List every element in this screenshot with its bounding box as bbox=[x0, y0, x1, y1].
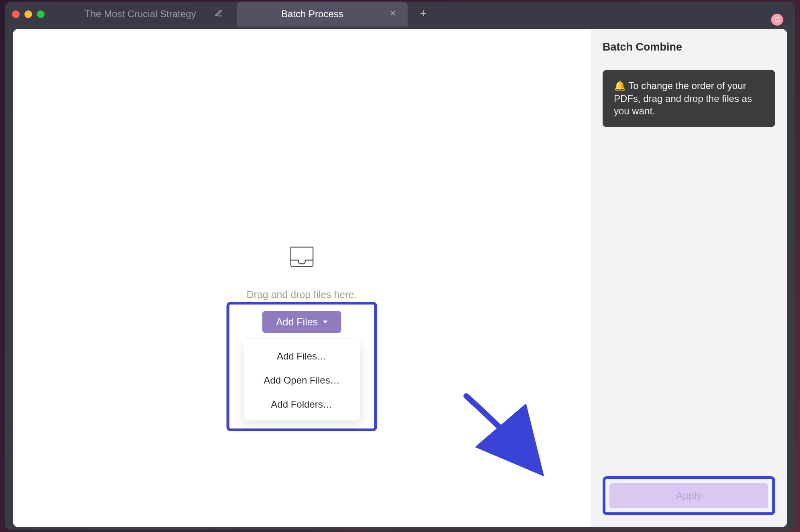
menu-item-add-folders[interactable]: Add Folders… bbox=[244, 392, 360, 416]
drop-hint-text: Drag and drop files here. bbox=[246, 289, 357, 301]
tab-active[interactable]: Batch Process bbox=[237, 2, 408, 26]
traffic-lights bbox=[12, 10, 45, 18]
sidebar-title: Batch Combine bbox=[603, 41, 775, 53]
tab-label: Batch Process bbox=[281, 8, 343, 20]
minimize-window-button[interactable] bbox=[24, 10, 32, 18]
close-window-button[interactable] bbox=[12, 10, 20, 18]
divider bbox=[603, 61, 775, 61]
add-tab-button[interactable] bbox=[411, 8, 436, 20]
add-files-label: Add Files bbox=[276, 316, 318, 328]
maximize-window-button[interactable] bbox=[37, 10, 45, 18]
inbox-icon bbox=[287, 266, 317, 272]
menu-item-add-files[interactable]: Add Files… bbox=[244, 344, 360, 368]
apply-button[interactable]: Apply bbox=[609, 483, 768, 508]
content-area: Drag and drop files here. Add Files Add … bbox=[13, 29, 787, 527]
annotation-arrow-icon bbox=[458, 388, 546, 476]
tab-label: The Most Crucial Strategy bbox=[85, 8, 207, 20]
add-files-button[interactable]: Add Files bbox=[262, 311, 341, 333]
menu-item-add-open-files[interactable]: Add Open Files… bbox=[244, 368, 360, 392]
avatar[interactable]: G bbox=[771, 14, 783, 26]
tip-box: 🔔 To change the order of your PDFs, drag… bbox=[603, 70, 775, 127]
highlight-apply: Apply bbox=[603, 476, 775, 515]
main-panel: Drag and drop files here. Add Files Add … bbox=[13, 29, 591, 527]
chevron-down-icon bbox=[323, 321, 327, 323]
add-files-dropdown: Add Files… Add Open Files… Add Folders… bbox=[244, 340, 360, 420]
drop-area[interactable]: Drag and drop files here. bbox=[246, 242, 357, 301]
sidebar-panel: Batch Combine 🔔 To change the order of y… bbox=[591, 29, 787, 527]
avatar-letter: G bbox=[774, 16, 780, 24]
pencil-icon bbox=[215, 9, 223, 19]
app-window: The Most Crucial Strategy Batch Process … bbox=[5, 2, 795, 530]
titlebar: The Most Crucial Strategy Batch Process bbox=[5, 2, 795, 26]
tab-inactive[interactable]: The Most Crucial Strategy bbox=[73, 2, 234, 26]
close-tab-icon[interactable] bbox=[349, 10, 396, 19]
highlight-add-files: Add Files Add Files… Add Open Files… Add… bbox=[227, 302, 377, 431]
